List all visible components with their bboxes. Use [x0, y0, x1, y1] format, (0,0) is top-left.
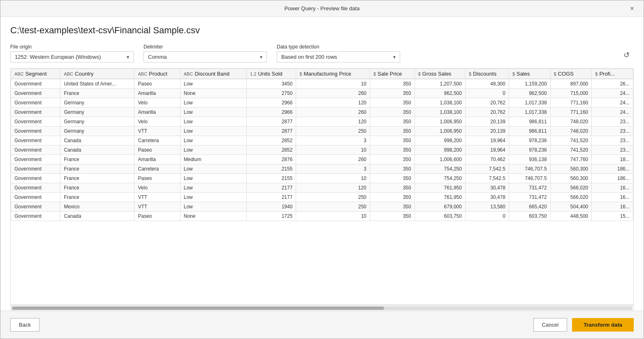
cell-r3-c8: 20,762 [465, 108, 509, 117]
file-origin-dropdown[interactable]: 1252: Western European (Windows) ▾ [10, 51, 134, 62]
scroll-thumb[interactable] [12, 307, 384, 310]
cell-r11-c2: Velo [134, 183, 180, 193]
cell-r13-c0: Government [11, 202, 60, 212]
cell-r5-c3: Low [180, 127, 246, 136]
cancel-button[interactable]: Cancel [533, 318, 567, 332]
cell-r13-c8: 13,580 [465, 202, 509, 212]
table-row: GovernmentFrancePaseoLow215510350754,250… [11, 174, 633, 183]
cell-r6-c2: Carretera [134, 136, 180, 145]
table-row: GovernmentFranceCarreteraLow21553350754,… [11, 164, 633, 174]
col-name-segment: Segment [25, 71, 47, 77]
col-header-country[interactable]: ABC Country [60, 69, 134, 79]
delimiter-dropdown[interactable]: Comma ▾ [144, 51, 267, 62]
cell-r1-c5: 260 [296, 89, 370, 98]
header-row: ABC Segment ABC Country ABC Product ABC … [11, 69, 633, 79]
col-type-icon-cogs: $ [554, 71, 556, 76]
col-header-discounts[interactable]: $ Discounts [465, 69, 509, 79]
table-row: GovernmentGermanyVTTLow28772503501,006,9… [11, 127, 633, 136]
cell-r8-c5: 260 [296, 155, 370, 164]
col-header-salePrice[interactable]: $ Sale Price [370, 69, 415, 79]
col-type-icon-manufacturingPrice: $ [299, 71, 302, 76]
table-row: GovernmentCanadaPaseoNone172510350603,75… [11, 212, 633, 221]
col-type-icon-product: ABC [138, 71, 147, 76]
cell-r1-c9: 962,500 [509, 89, 550, 98]
cell-r14-c6: 350 [370, 212, 415, 221]
col-name-salePrice: Sale Price [378, 71, 402, 77]
cell-r2-c11: 24... [592, 98, 633, 108]
cell-r5-c8: 20,139 [465, 127, 509, 136]
cell-r3-c7: 1,038,100 [415, 108, 465, 117]
cell-r10-c2: Paseo [134, 174, 180, 183]
data-table-container[interactable]: ABC Segment ABC Country ABC Product ABC … [10, 68, 634, 305]
col-type-icon-salePrice: $ [373, 71, 376, 76]
cell-r2-c8: 20,762 [465, 98, 509, 108]
file-origin-value: 1252: Western European (Windows) [15, 54, 123, 60]
table-row: GovernmentGermanyVeloLow28771203501,006,… [11, 117, 633, 127]
cell-r4-c8: 20,139 [465, 117, 509, 127]
cell-r11-c0: Government [11, 183, 60, 193]
detection-group: Data type detection Based on first 200 r… [277, 44, 400, 62]
cell-r13-c5: 250 [296, 202, 370, 212]
cell-r1-c6: 350 [370, 89, 415, 98]
cell-r14-c9: 603,750 [509, 212, 550, 221]
cell-r6-c9: 978,236 [509, 136, 550, 145]
cell-r4-c5: 120 [296, 117, 370, 127]
cell-r11-c10: 566,020 [550, 183, 592, 193]
cell-r12-c8: 30,478 [465, 193, 509, 202]
col-name-discounts: Discounts [473, 71, 496, 77]
col-header-cogs[interactable]: $ COGS [550, 69, 592, 79]
col-header-profit[interactable]: $ Profi... [592, 69, 633, 79]
table-row: GovernmentFranceAmarillaMedium2876260350… [11, 155, 633, 164]
cell-r5-c4: 2877 [247, 127, 296, 136]
cell-r0-c0: Government [11, 79, 60, 89]
col-header-product[interactable]: ABC Product [134, 69, 180, 79]
close-button[interactable]: × [627, 4, 637, 14]
data-table: ABC Segment ABC Country ABC Product ABC … [11, 69, 633, 221]
cell-r1-c11: 24... [592, 89, 633, 98]
cell-r10-c0: Government [11, 174, 60, 183]
cell-r9-c9: 746,707.5 [509, 164, 550, 174]
col-header-unitsSold[interactable]: 1.2 Units Sold [247, 69, 296, 79]
cell-r11-c5: 120 [296, 183, 370, 193]
cell-r3-c1: Germany [60, 108, 134, 117]
delimiter-arrow-icon: ▾ [260, 54, 262, 60]
back-button[interactable]: Back [10, 318, 39, 332]
col-header-sales[interactable]: $ Sales [509, 69, 550, 79]
cell-r9-c0: Government [11, 164, 60, 174]
cell-r12-c10: 566,020 [550, 193, 592, 202]
cell-r6-c3: Low [180, 136, 246, 145]
col-header-segment[interactable]: ABC Segment [11, 69, 60, 79]
cell-r11-c9: 731,472 [509, 183, 550, 193]
cell-r0-c10: 897,000 [550, 79, 592, 89]
table-row: GovernmentCanadaPaseoLow285210350998,200… [11, 145, 633, 155]
cell-r1-c0: Government [11, 89, 60, 98]
col-header-grossSales[interactable]: $ Gross Sales [415, 69, 465, 79]
cell-r8-c10: 747,760 [550, 155, 592, 164]
cell-r8-c9: 936,138 [509, 155, 550, 164]
cell-r0-c3: Low [180, 79, 246, 89]
cell-r9-c4: 2155 [247, 164, 296, 174]
cell-r11-c4: 2177 [247, 183, 296, 193]
cell-r14-c4: 1725 [247, 212, 296, 221]
cell-r12-c11: 16... [592, 193, 633, 202]
col-header-manufacturingPrice[interactable]: $ Manufacturing Price [296, 69, 370, 79]
col-type-icon-country: ABC [64, 71, 73, 76]
cell-r6-c10: 741,520 [550, 136, 592, 145]
cell-r1-c7: 962,500 [415, 89, 465, 98]
refresh-button[interactable]: ↺ [619, 48, 634, 62]
detection-dropdown[interactable]: Based on first 200 rows ▾ [277, 51, 400, 62]
cell-r4-c6: 350 [370, 117, 415, 127]
dialog-title: Power Query - Preview file data [17, 5, 627, 12]
cell-r9-c2: Carretera [134, 164, 180, 174]
cell-r7-c1: Canada [60, 145, 134, 155]
cell-r7-c4: 2852 [247, 145, 296, 155]
col-header-discountBand[interactable]: ABC Discount Band [180, 69, 246, 79]
col-name-manufacturingPrice: Manufacturing Price [303, 71, 351, 77]
cell-r12-c5: 250 [296, 193, 370, 202]
cell-r0-c11: 26... [592, 79, 633, 89]
horizontal-scrollbar[interactable] [10, 305, 634, 311]
transform-button[interactable]: Transform data [572, 318, 634, 332]
cell-r5-c10: 748,020 [550, 127, 592, 136]
col-type-icon-discounts: $ [469, 71, 471, 76]
cell-r4-c7: 1,006,950 [415, 117, 465, 127]
